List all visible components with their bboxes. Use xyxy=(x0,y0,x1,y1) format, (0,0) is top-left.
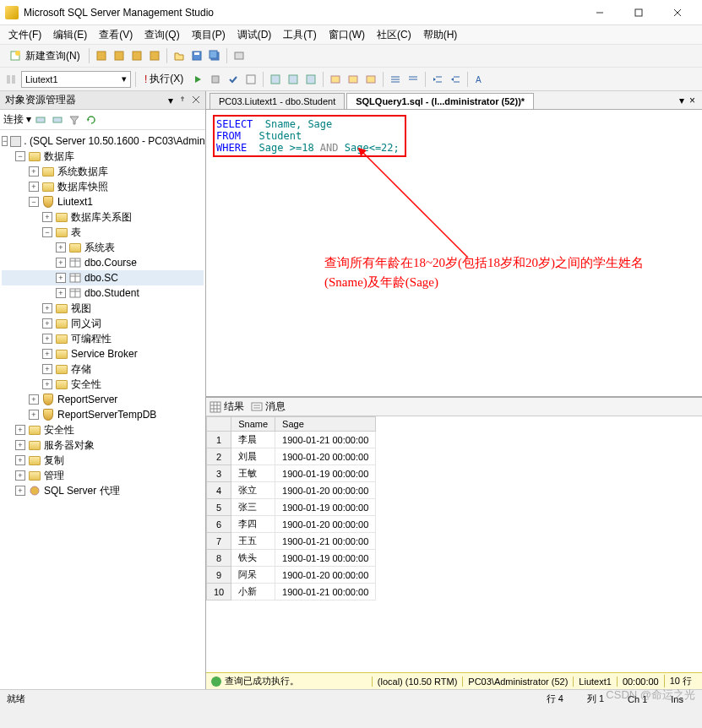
table-row[interactable]: 8铁头1900-01-19 00:00:00 xyxy=(207,550,376,567)
expand-icon[interactable]: + xyxy=(42,334,52,344)
menu-help[interactable]: 帮助(H) xyxy=(418,26,463,44)
toolbar-icon[interactable] xyxy=(286,72,301,87)
table-row[interactable]: 9阿呆1900-01-20 00:00:00 xyxy=(207,567,376,584)
dropdown-icon[interactable]: ▾ xyxy=(168,95,173,106)
tree-table-course[interactable]: dbo.Course xyxy=(84,257,137,269)
expand-icon[interactable]: + xyxy=(15,425,25,435)
cell[interactable]: 李晨 xyxy=(231,432,275,448)
toolbar-icon[interactable] xyxy=(363,72,378,87)
menu-view[interactable]: 查看(V) xyxy=(94,26,138,44)
cell[interactable]: 1900-01-19 00:00:00 xyxy=(275,499,376,516)
expand-icon[interactable]: + xyxy=(15,470,25,481)
toolbar-icon[interactable] xyxy=(129,48,144,63)
indent-icon[interactable] xyxy=(430,72,445,87)
expand-icon[interactable]: + xyxy=(15,455,25,465)
tree-tables[interactable]: 表 xyxy=(71,225,81,240)
cell[interactable]: 李四 xyxy=(231,516,275,533)
debug-icon[interactable] xyxy=(190,72,205,87)
menu-project[interactable]: 项目(P) xyxy=(187,26,231,44)
expand-icon[interactable]: + xyxy=(29,410,39,420)
tree-management[interactable]: 管理 xyxy=(44,469,64,483)
open-icon[interactable] xyxy=(171,48,187,63)
close-button[interactable] xyxy=(658,3,697,23)
tree-storage[interactable]: 存储 xyxy=(71,362,91,377)
tree-synonyms[interactable]: 同义词 xyxy=(71,317,101,331)
tree-srv-security[interactable]: 安全性 xyxy=(44,423,74,437)
uncomment-icon[interactable] xyxy=(405,72,421,87)
menu-edit[interactable]: 编辑(E) xyxy=(48,26,92,44)
tree-databases[interactable]: 数据库 xyxy=(44,149,74,164)
cell[interactable]: 1900-01-20 00:00:00 xyxy=(275,567,376,584)
expand-icon[interactable]: + xyxy=(56,273,66,283)
sql-editor[interactable]: SELECT Sname, Sage FROM Student WHERE Sa… xyxy=(206,110,702,397)
toolbar-icon[interactable] xyxy=(268,72,283,87)
expand-icon[interactable]: + xyxy=(42,379,52,389)
tree-agent[interactable]: SQL Server 代理 xyxy=(44,484,120,498)
menu-community[interactable]: 社区(C) xyxy=(372,26,416,44)
cell[interactable]: 1900-01-19 00:00:00 xyxy=(275,550,376,567)
row-number[interactable]: 9 xyxy=(207,567,231,584)
tree-table-student[interactable]: dbo.Student xyxy=(84,287,139,299)
toolbar-icon[interactable] xyxy=(346,72,361,87)
tree-server[interactable]: . (SQL Server 10.50.1600 - PC03\Administ xyxy=(24,135,205,147)
row-number[interactable]: 10 xyxy=(207,584,231,600)
toolbar-icon[interactable] xyxy=(231,48,247,63)
expand-icon[interactable]: + xyxy=(42,364,52,374)
tree-snapshot[interactable]: 数据库快照 xyxy=(57,180,108,194)
column-header[interactable]: Sname xyxy=(231,417,275,432)
cell[interactable]: 王五 xyxy=(231,533,275,550)
table-row[interactable]: 7王五1900-01-21 00:00:00 xyxy=(207,533,376,550)
menu-query[interactable]: 查询(Q) xyxy=(139,26,184,44)
expand-icon[interactable]: + xyxy=(42,318,52,329)
tree-diagram[interactable]: 数据库关系图 xyxy=(71,210,132,225)
tab-sqlquery[interactable]: SQLQuery1.sql - (l...dministrator (52))* xyxy=(346,93,534,109)
toolbar-icon[interactable] xyxy=(328,72,343,87)
column-header[interactable]: Sage xyxy=(275,417,376,432)
tree-srv-objects[interactable]: 服务器对象 xyxy=(44,438,95,453)
row-number[interactable]: 5 xyxy=(207,499,231,516)
toolbar-icon[interactable] xyxy=(3,72,19,87)
menu-debug[interactable]: 调试(D) xyxy=(232,26,277,44)
toolbar-icon[interactable]: A xyxy=(472,72,487,87)
collapse-icon[interactable]: − xyxy=(29,197,39,207)
table-row[interactable]: 3王敏1900-01-19 00:00:00 xyxy=(207,465,376,482)
row-number[interactable]: 4 xyxy=(207,482,231,499)
object-tree[interactable]: −. (SQL Server 10.50.1600 - PC03\Adminis… xyxy=(0,130,205,689)
expand-icon[interactable]: + xyxy=(15,486,25,496)
tab-close-icon[interactable]: × xyxy=(686,95,699,106)
filter-icon[interactable] xyxy=(67,112,82,128)
expand-icon[interactable]: + xyxy=(29,166,39,177)
cell[interactable]: 1900-01-21 00:00:00 xyxy=(275,533,376,550)
outdent-icon[interactable] xyxy=(448,72,463,87)
cell[interactable]: 铁头 xyxy=(231,550,275,567)
minimize-button[interactable] xyxy=(580,3,619,23)
tree-systables[interactable]: 系统表 xyxy=(84,241,115,255)
menu-tools[interactable]: 工具(T) xyxy=(278,26,321,44)
toolbar-icon[interactable] xyxy=(33,112,48,128)
stop-icon[interactable] xyxy=(208,72,223,87)
parse-icon[interactable] xyxy=(226,72,241,87)
results-tab[interactable]: 结果 xyxy=(210,399,244,414)
cell[interactable]: 1900-01-21 00:00:00 xyxy=(275,432,376,448)
cell[interactable]: 1900-01-20 00:00:00 xyxy=(275,448,376,465)
tree-reportserver[interactable]: ReportServer xyxy=(57,394,117,405)
comment-icon[interactable] xyxy=(388,72,403,87)
row-number[interactable]: 1 xyxy=(207,432,231,448)
collapse-icon[interactable]: − xyxy=(42,227,52,237)
tree-sb[interactable]: Service Broker xyxy=(71,348,138,360)
expand-icon[interactable]: + xyxy=(29,182,39,192)
table-row[interactable]: 10小新1900-01-21 00:00:00 xyxy=(207,584,376,600)
cell[interactable]: 小新 xyxy=(231,584,275,600)
menu-file[interactable]: 文件(F) xyxy=(3,26,46,44)
table-row[interactable]: 5张三1900-01-19 00:00:00 xyxy=(207,499,376,516)
expand-icon[interactable]: + xyxy=(56,288,66,298)
toolbar-icon[interactable] xyxy=(303,72,318,87)
cell[interactable]: 张立 xyxy=(231,482,275,499)
row-number[interactable]: 7 xyxy=(207,533,231,550)
collapse-icon[interactable]: − xyxy=(2,136,8,146)
tree-prog[interactable]: 可编程性 xyxy=(71,332,112,346)
expand-icon[interactable]: + xyxy=(56,242,66,253)
column-header[interactable] xyxy=(207,417,231,432)
expand-icon[interactable]: + xyxy=(42,303,52,313)
save-icon[interactable] xyxy=(189,48,204,63)
